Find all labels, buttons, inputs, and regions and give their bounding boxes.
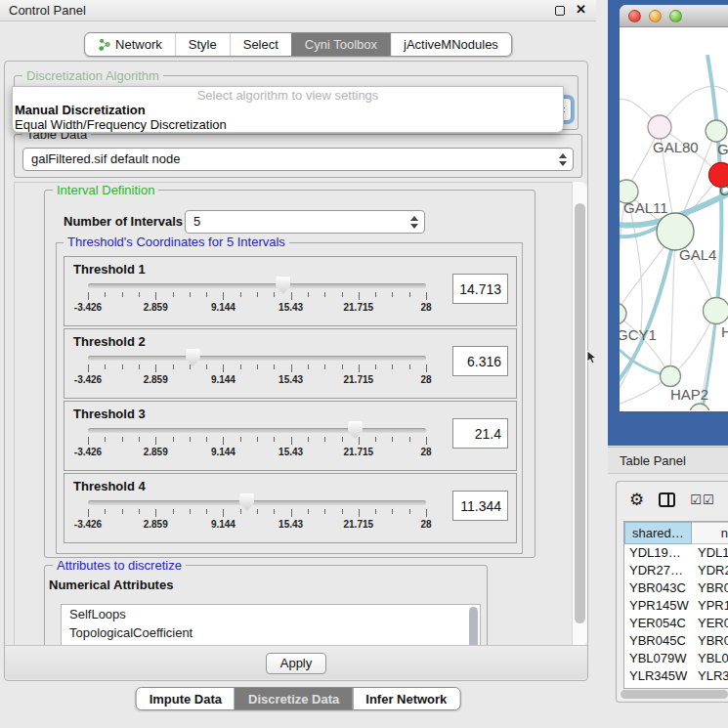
table-row[interactable]: YBR043C YBR043C	[624, 579, 728, 597]
node-label: GAL80	[653, 139, 699, 155]
control-panel-titlebar: Control Panel ✕	[0, 0, 596, 21]
table-row[interactable]: YDL19… YDL19…	[624, 544, 728, 562]
threshold-slider[interactable]: -3.4262.8599.14415.4321.71528	[64, 329, 516, 398]
close-icon[interactable]: ✕	[576, 2, 586, 17]
network-graph[interactable]: GAL80 GA C GAL11 GAL4 GCY1 H HAP2	[620, 27, 728, 410]
table-row[interactable]: YLR345W YLR345W	[624, 667, 728, 685]
slider-tick-labels: -3.4262.8599.14415.4321.71528	[88, 519, 426, 531]
slider-track[interactable]	[88, 500, 426, 505]
tab[interactable]: Cyni Toolbox	[291, 33, 390, 56]
slider-track[interactable]	[88, 428, 426, 433]
group-title: Interval Definition	[53, 183, 158, 197]
combo-arrows-icon	[410, 211, 418, 233]
checkboxes-icon[interactable]: ☑☑	[690, 492, 714, 507]
tab[interactable]: Network	[85, 33, 175, 56]
network-node[interactable]	[690, 404, 709, 410]
table-row[interactable]: YBL079W YBL079W	[624, 650, 728, 667]
network-node-pink[interactable]	[648, 115, 671, 139]
columns-icon[interactable]	[659, 492, 675, 507]
attribute-list-item[interactable]: SelfLoops	[62, 605, 480, 623]
horizontal-scrollbar[interactable]	[619, 689, 728, 700]
node-label-partial: C	[719, 182, 728, 198]
tab[interactable]: Impute Data	[137, 688, 235, 709]
table-data-group: Table Data galFiltered.sif default node	[14, 134, 582, 178]
threshold-value-field[interactable]	[452, 491, 508, 521]
network-node-gal4[interactable]	[657, 213, 694, 250]
table-cell-shared-name: YLR345W	[624, 667, 692, 685]
panel-title: Control Panel	[9, 3, 86, 18]
table-cell-name: YBR043C	[692, 579, 728, 597]
node-label: GAL4	[679, 246, 716, 263]
gear-icon[interactable]: ⚙	[629, 490, 644, 510]
column-header-shared-name[interactable]: shared…	[624, 522, 692, 544]
network-node[interactable]	[704, 298, 728, 324]
table-row[interactable]: YPR145W YPR145W	[624, 597, 728, 615]
table-cell-name: YPR145W	[692, 597, 728, 615]
table-row[interactable]: YBR045C YBR045C	[624, 632, 728, 650]
node-label: HAP2	[670, 386, 708, 403]
node-label-partial: H	[721, 323, 728, 340]
tab-label: Cyni Toolbox	[305, 37, 377, 52]
column-header-name[interactable]: na	[692, 522, 728, 544]
table-cell-shared-name: YBL079W	[624, 650, 692, 667]
tab-label: Network	[115, 37, 162, 52]
vertical-scrollbar[interactable]	[572, 182, 587, 647]
table-row[interactable]: YDR27… YDR27…	[624, 562, 728, 579]
tab-label: Infer Network	[365, 692, 447, 707]
network-canvas[interactable]: GAL80 GA C GAL11 GAL4 GCY1 H HAP2	[620, 27, 728, 410]
threshold-slider[interactable]: -3.4262.8599.14415.4321.71528	[64, 474, 516, 542]
attribute-list-item[interactable]: TopologicalCoefficient	[62, 623, 480, 642]
table-header[interactable]: shared… na	[624, 522, 728, 544]
threshold-slider[interactable]: -3.4262.8599.14415.4321.71528	[64, 402, 516, 470]
threshold-value-field[interactable]	[452, 274, 508, 304]
table-toolbar: ⚙ ☑☑	[617, 482, 728, 518]
threshold-value-field[interactable]	[452, 418, 508, 449]
network-node-hap2[interactable]	[661, 366, 681, 387]
threshold-value-field[interactable]	[452, 346, 508, 376]
slider-track[interactable]	[88, 356, 426, 361]
zoom-traffic-light-icon[interactable]	[669, 10, 682, 22]
group-title: Threshold's Coordinates for 5 Intervals	[64, 235, 289, 249]
scrollbar-thumb[interactable]	[575, 203, 585, 623]
table-cell-name: YDL19…	[692, 544, 728, 562]
popup-option[interactable]: Manual Discretization	[13, 103, 563, 117]
table-row[interactable]: YER054C YER054C	[624, 615, 728, 632]
apply-strip: Apply	[5, 645, 587, 679]
node-label: GCY1	[620, 326, 657, 343]
number-of-intervals-label: Number of Intervals	[64, 214, 183, 229]
apply-button[interactable]: Apply	[266, 653, 326, 674]
tab[interactable]: Style	[175, 33, 230, 56]
tab[interactable]: Infer Network	[352, 688, 459, 709]
table-cell-name: YBR045C	[692, 632, 728, 650]
threshold-panel: Threshold 2 -3.4262.8599.14415.4321.7152…	[64, 328, 517, 399]
scrollbar-thumb[interactable]	[621, 690, 728, 699]
tab[interactable]: Select	[230, 33, 291, 56]
tab[interactable]: Discretize Data	[235, 688, 352, 709]
interval-definition-group: Interval Definition Number of Intervals …	[44, 190, 535, 558]
tab-label: Impute Data	[150, 692, 222, 707]
threshold-panel: Threshold 4 -3.4262.8599.14415.4321.7152…	[64, 473, 517, 543]
number-of-intervals-combobox[interactable]: 5	[185, 210, 425, 234]
node-label: GAL11	[623, 199, 668, 216]
tab[interactable]: jActiveMNodules	[390, 33, 511, 56]
table-cell-shared-name: YPR145W	[624, 597, 692, 615]
close-traffic-light-icon[interactable]	[628, 10, 641, 22]
top-tab-bar: Network Style Select Cyni Toolbox jActiv…	[84, 32, 512, 57]
threshold-slider[interactable]: -3.4262.8599.14415.4321.71528	[64, 257, 516, 325]
network-window-titlebar	[620, 5, 728, 27]
slider-track[interactable]	[88, 283, 426, 288]
network-node[interactable]	[706, 120, 727, 142]
table-cell-name: YBL079W	[692, 650, 728, 667]
network-window: GAL80 GA C GAL11 GAL4 GCY1 H HAP2	[620, 5, 728, 411]
combo-arrows-icon	[559, 149, 567, 170]
table-cell-name: YER054C	[692, 615, 728, 632]
list-scrollbar[interactable]	[469, 607, 478, 647]
node-table[interactable]: shared… na YDL19… YDL19… YDR27… YDR27… Y…	[623, 521, 728, 689]
group-title: Attributes to discretize	[53, 558, 186, 573]
minimize-traffic-light-icon[interactable]	[649, 10, 662, 22]
table-cell-shared-name: YBR045C	[624, 632, 692, 650]
numerical-attributes-list[interactable]: SelfLoopsTopologicalCoefficientBetweenne…	[61, 604, 481, 647]
popup-option[interactable]: Equal Width/Frequency Discretization	[13, 117, 563, 132]
table-data-combobox[interactable]: galFiltered.sif default node	[22, 148, 574, 171]
float-window-icon[interactable]	[555, 6, 565, 16]
